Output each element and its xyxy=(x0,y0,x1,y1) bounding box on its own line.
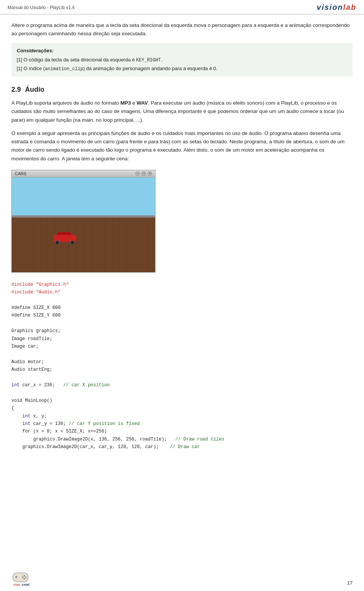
main-content: Altere o programa acima de maneira que a… xyxy=(0,14,364,466)
note-title: Considerações: xyxy=(17,47,347,55)
code-line-16: graphics.DrawImage2D(x, 136, 256, 256, r… xyxy=(11,436,353,443)
intro-paragraph: Altere o programa acima de maneira que a… xyxy=(11,21,353,38)
code-line-6: Image roadTile; xyxy=(11,335,353,343)
body-paragraph-1: A PlayLib suporta arquivos de áudio no f… xyxy=(11,99,353,124)
wheel-front xyxy=(70,240,75,245)
screenshot-body xyxy=(12,177,155,272)
note-box: Considerações: [1] O código da tecla da … xyxy=(11,43,353,77)
code-line-14: int car_y = 136; // car Y position is fi… xyxy=(11,420,353,428)
body-paragraph-2: O exemplo a seguir apresenta as principa… xyxy=(11,129,353,163)
code-line-blank-3 xyxy=(11,350,353,358)
code-line-4: #define SIZE_Y 600 xyxy=(11,312,353,319)
page-footer: ICAD GAMES 17 xyxy=(0,567,364,586)
code-line-2: #include "Audio.h" xyxy=(11,288,353,296)
maximize-button[interactable]: □ xyxy=(141,171,146,176)
svg-point-5 xyxy=(22,577,24,578)
icad-games-logo-icon: ICAD GAMES xyxy=(11,567,30,586)
sky-area xyxy=(12,177,155,215)
code-line-1: #include "Graphics.h" xyxy=(11,281,353,288)
ground-texture xyxy=(12,218,155,272)
svg-text:GAMES: GAMES xyxy=(22,583,30,586)
code-block: #include "Graphics.h" #include "Audio.h"… xyxy=(11,281,353,451)
footer-logo: ICAD GAMES xyxy=(11,567,30,586)
code-line-17: graphics.DrawImage2D(car_x, car_y, 128, … xyxy=(11,443,353,451)
note-code-2: animation_clip xyxy=(45,66,83,72)
page-number: 17 xyxy=(347,580,353,586)
svg-text:ICAD: ICAD xyxy=(14,583,20,586)
car-sprite xyxy=(53,234,76,245)
code-line-3: #define SIZE_X 800 xyxy=(11,304,353,312)
section-title: Áudio xyxy=(25,86,44,93)
svg-point-4 xyxy=(25,577,27,578)
code-line-blank-5 xyxy=(11,389,353,397)
code-line-blank-1 xyxy=(11,296,353,304)
logo-area: visionlab xyxy=(317,3,356,12)
wheel-back xyxy=(55,240,60,245)
code-line-blank-2 xyxy=(11,320,353,327)
code-line-7: Image car; xyxy=(11,343,353,350)
close-button[interactable]: × xyxy=(147,171,152,176)
screenshot-frame: CARS − □ × xyxy=(11,170,155,273)
section-number: 2.9 xyxy=(11,86,21,93)
visionlab-logo: visionlab xyxy=(317,3,356,12)
header-title: Manual do Usuário - PlayLib v1.4 xyxy=(8,5,75,10)
code-line-9: Audio startEng; xyxy=(11,366,353,373)
code-line-blank-4 xyxy=(11,374,353,381)
code-line-12: { xyxy=(11,404,353,412)
code-line-8: Audio motor; xyxy=(11,358,353,366)
code-line-13: int x, y; xyxy=(11,412,353,420)
code-line-10: int car_x = 236; // car X position xyxy=(11,381,353,389)
code-line-15: for (x = 0; x < SIZE_X; x+=256) xyxy=(11,428,353,435)
svg-point-3 xyxy=(24,575,25,577)
screenshot-container: CARS − □ × xyxy=(11,170,353,273)
note-line2: [1] O índice (animation_clip) da animaçã… xyxy=(17,66,217,71)
code-line-11: void MainLoop() xyxy=(11,397,353,404)
code-line-5: Graphics graphics; xyxy=(11,327,353,335)
minimize-button[interactable]: − xyxy=(135,171,140,176)
titlebar-buttons: − □ × xyxy=(135,171,152,176)
page-header: Manual do Usuário - PlayLib v1.4 visionl… xyxy=(0,0,364,14)
note-code-1: KEY_RIGHT xyxy=(136,58,161,63)
note-line1: [1] O código da tecla da seta direcional… xyxy=(17,57,162,63)
svg-point-6 xyxy=(24,578,25,580)
section-heading: 2.9 Áudio xyxy=(11,86,353,94)
screenshot-titlebar: CARS − □ × xyxy=(12,170,155,177)
svg-rect-2 xyxy=(16,576,17,578)
screenshot-title: CARS xyxy=(15,171,27,176)
